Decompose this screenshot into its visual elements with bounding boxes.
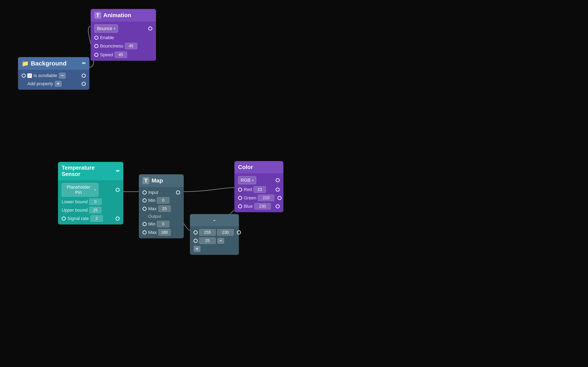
map-node: T Map Input Min Max Output Min	[139, 174, 184, 238]
sub-val1a-input[interactable]	[199, 229, 216, 235]
background-node-body: ✓ Is scrollable − Add property +	[18, 70, 89, 90]
animation-node: T Animation Bounce ▾ Enable Bounciness S…	[91, 9, 156, 61]
temp-pin-dropdown[interactable]: Placeholder Pin ▾	[62, 183, 98, 197]
map-max-in-row: Max	[143, 206, 180, 212]
port-right-animation-type[interactable]	[148, 26, 152, 31]
temp-node-body: Placeholder Pin ▾ Lower bound Upper boun…	[58, 180, 123, 225]
color-mode-value: RGB	[241, 178, 251, 183]
port-left-speed[interactable]	[94, 53, 98, 57]
signal-rate-label: Signal rate	[67, 216, 89, 221]
sub-val1b-input[interactable]	[217, 229, 233, 235]
upper-bound-input[interactable]	[89, 207, 102, 213]
animation-type-value: Bounce	[97, 26, 112, 31]
remove-scrollable-btn[interactable]: −	[59, 73, 66, 79]
temp-dropdown-arrow: ▾	[94, 188, 96, 192]
map-min-out-label: Min	[148, 221, 155, 227]
port-left-green[interactable]	[238, 196, 242, 200]
map-min-in-input[interactable]	[157, 197, 169, 203]
sub-remove-btn[interactable]: −	[217, 238, 224, 244]
port-right-temp-pin[interactable]	[116, 188, 120, 192]
add-property-btn[interactable]: +	[55, 81, 62, 87]
color-red-row: Red	[238, 186, 280, 193]
speed-row: Speed	[94, 52, 152, 58]
port-left-signal-rate[interactable]	[62, 217, 66, 221]
port-left-red[interactable]	[238, 188, 242, 192]
color-node: Color RGB ▾ Red Green	[234, 161, 283, 212]
port-right-sub1[interactable]	[237, 230, 241, 234]
port-left-map-max-out[interactable]	[143, 230, 147, 234]
enable-row: Enable	[94, 35, 152, 40]
speed-input[interactable]	[115, 52, 127, 58]
port-left-sub2[interactable]	[194, 239, 198, 243]
port-left-blue[interactable]	[238, 204, 242, 208]
sub-val2-input[interactable]	[199, 238, 216, 244]
map-max-in-input[interactable]	[158, 206, 171, 212]
add-property-label: Add property	[27, 81, 53, 86]
color-mode-dropdown[interactable]: RGB ▾	[238, 176, 256, 184]
color-dropdown-arrow: ▾	[252, 179, 254, 182]
map-max-in-label: Max	[148, 206, 157, 211]
map-input-row: Input	[143, 190, 180, 195]
port-right-scrollable[interactable]	[82, 74, 86, 78]
animation-node-title: Animation	[103, 12, 131, 18]
is-scrollable-label: Is scrollable	[34, 73, 57, 78]
port-left-map-input[interactable]	[143, 191, 147, 194]
port-right-green[interactable]	[277, 196, 282, 200]
upper-bound-label: Upper bound	[62, 208, 87, 213]
upper-bound-row: Upper bound	[62, 207, 120, 213]
port-right-red[interactable]	[276, 188, 280, 192]
sub-node-header: -	[190, 214, 239, 226]
t-icon-animation: T	[94, 12, 101, 19]
map-max-out-input[interactable]	[158, 229, 171, 235]
port-right-add-property[interactable]	[82, 82, 86, 86]
red-label: Red	[244, 187, 252, 192]
port-left-map-max[interactable]	[143, 207, 147, 211]
port-left-sub1[interactable]	[194, 230, 198, 234]
animation-type-dropdown[interactable]: Bounce ▾	[94, 25, 118, 33]
port-left-bounciness[interactable]	[94, 44, 98, 48]
blue-input[interactable]	[254, 203, 271, 209]
sub-row1	[194, 229, 235, 235]
port-left-enable[interactable]	[94, 36, 98, 40]
background-node: 📁 Background ✏ ✓ Is scrollable − Add pro…	[18, 57, 89, 90]
port-right-signal-rate[interactable]	[116, 217, 120, 221]
port-left-scrollable[interactable]	[22, 74, 26, 78]
sub-add-btn[interactable]: +	[194, 246, 200, 252]
lower-bound-input[interactable]	[89, 199, 102, 205]
map-node-title: Map	[151, 177, 163, 184]
folder-icon: 📁	[22, 60, 29, 67]
color-node-title: Color	[238, 164, 253, 170]
temp-edit-icon[interactable]: ✏	[116, 168, 120, 174]
bounciness-input[interactable]	[125, 43, 137, 49]
map-min-out-input[interactable]	[157, 221, 169, 227]
enable-label: Enable	[100, 35, 114, 40]
port-right-map-input[interactable]	[176, 191, 180, 194]
sub-node-body: − +	[190, 226, 239, 255]
green-input[interactable]	[258, 195, 274, 201]
add-property-row: Add property +	[22, 81, 86, 87]
color-node-header: Color	[234, 161, 283, 173]
port-left-map-min[interactable]	[143, 198, 147, 202]
red-input[interactable]	[254, 186, 266, 193]
map-min-out-row: Min	[143, 221, 180, 227]
port-right-color-mode[interactable]	[276, 178, 280, 182]
bounciness-label: Bounciness	[100, 43, 123, 49]
is-scrollable-checkbox[interactable]: ✓	[27, 73, 32, 78]
map-input-label: Input	[148, 190, 158, 195]
checkmark-icon: ✓	[28, 74, 31, 78]
bounciness-row: Bounciness	[94, 43, 152, 49]
animation-node-body: Bounce ▾ Enable Bounciness Speed	[91, 22, 156, 61]
signal-rate-row: Signal rate	[62, 215, 120, 222]
background-edit-icon[interactable]: ✏	[82, 61, 86, 66]
temp-dropdown-row: Placeholder Pin ▾	[62, 183, 120, 197]
sub-node: - − +	[190, 214, 239, 255]
port-right-blue[interactable]	[276, 204, 280, 208]
map-output-section: Output	[143, 214, 180, 219]
port-left-map-min-out[interactable]	[143, 222, 147, 226]
map-min-in-row: Min	[143, 197, 180, 203]
color-green-row: Green	[238, 195, 280, 201]
sub-row3: +	[194, 246, 235, 252]
signal-rate-input[interactable]	[90, 215, 103, 222]
lower-bound-label: Lower bound	[62, 199, 87, 205]
map-output-label: Output	[143, 214, 161, 219]
